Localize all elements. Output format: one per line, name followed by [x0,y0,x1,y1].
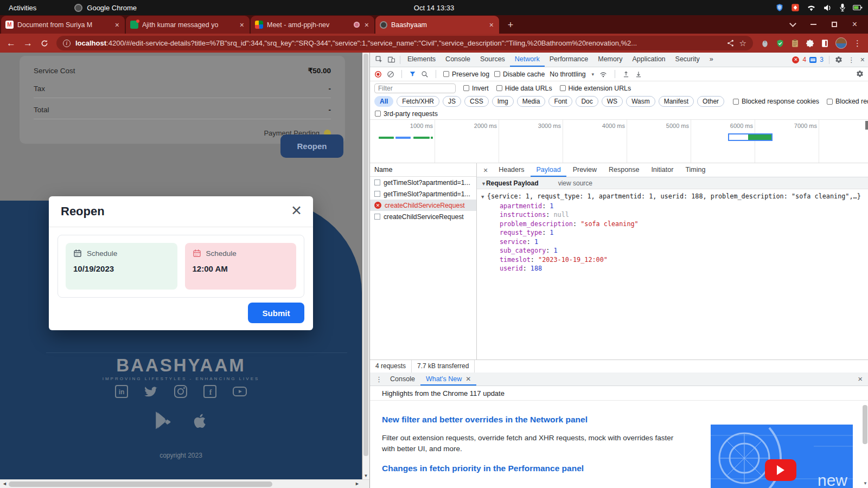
settings-gear-icon[interactable] [835,56,843,63]
tab-application[interactable]: Application [627,53,670,67]
error-count-icon[interactable]: ✕ [792,56,799,63]
payload-section-header[interactable]: ▼Request Payload view source [477,177,868,189]
issues-count[interactable]: 3 [820,56,824,63]
close-drawer-icon[interactable]: × [858,374,863,383]
page-vertical-scrollbar[interactable]: ▼ [362,53,369,479]
focused-app[interactable]: Google Chrome [74,4,137,12]
tab-memory[interactable]: Memory [593,53,627,67]
tab-close-icon[interactable]: × [114,21,120,29]
date-picker-field[interactable]: Schedule 10/19/2023 [66,243,177,290]
name-column-header[interactable]: Name [370,163,476,177]
chip-all[interactable]: All [374,96,393,107]
tab-response[interactable]: Response [603,163,644,177]
filter-funnel-icon[interactable] [409,70,416,78]
request-row[interactable]: createChildServiceRequest [370,211,476,222]
close-window-button[interactable]: × [852,20,857,29]
instagram-icon[interactable] [174,384,188,399]
search-icon[interactable] [421,70,429,78]
scroll-down-arrow[interactable]: ▼ [863,481,867,486]
scrollbar-thumb[interactable] [9,481,272,487]
record-network-log-icon[interactable] [374,70,382,78]
chrome-update-promo-image[interactable]: new [711,425,853,488]
tab-security[interactable]: Security [671,53,705,67]
page-horizontal-scrollbar[interactable]: ◄ ► [0,479,369,488]
drawer-menu-icon[interactable]: ⋮ [373,375,385,383]
request-row[interactable]: getTimeSlot?apartmentid=1... [370,177,476,188]
whats-new-scrollbar[interactable]: ▼ [861,401,868,488]
error-count[interactable]: 4 [802,56,806,63]
tab-document[interactable]: M Document from Suriya M × [1,16,125,34]
chip-js[interactable]: JS [443,96,461,107]
google-play-icon[interactable] [154,410,172,431]
invert-checkbox[interactable]: Invert [463,85,489,92]
modal-close-icon[interactable]: ✕ [291,203,302,219]
disable-cache-checkbox[interactable]: Disable cache [494,70,545,78]
new-tab-button[interactable]: + [503,18,518,32]
reopen-button[interactable]: Reopen [280,134,343,158]
tab-chat[interactable]: Ajith kumar messaged yo × [126,16,250,34]
tab-elements[interactable]: Elements [403,53,441,67]
chip-other[interactable]: Other [697,96,724,107]
inspect-element-icon[interactable] [375,56,383,63]
clipboard-extension-icon[interactable] [791,39,799,48]
tab-close-icon[interactable]: × [488,21,495,29]
article-link[interactable]: New filter and better overrides in the N… [382,415,868,425]
youtube-play-icon[interactable] [765,459,796,481]
close-whats-new-tab-icon[interactable]: ✕ [465,373,471,386]
timeline-scrollbar[interactable] [865,121,868,130]
network-overview-timeline[interactable]: 1000 ms 2000 ms 3000 ms 4000 ms 5000 ms … [370,120,868,163]
chip-wasm[interactable]: Wasm [626,96,655,107]
clear-network-log-icon[interactable] [387,70,394,78]
youtube-icon[interactable] [232,384,247,399]
close-details-icon[interactable]: × [479,166,492,175]
linkedin-icon[interactable]: in [114,384,129,399]
blocked-requests-checkbox[interactable]: Blocked requests [827,98,868,105]
apple-icon[interactable] [192,410,209,431]
chip-doc[interactable]: Doc [576,96,598,107]
chip-ws[interactable]: WS [602,96,623,107]
view-source-link[interactable]: view source [558,179,592,187]
activities-button[interactable]: Activities [9,4,36,12]
tab-close-icon[interactable]: × [363,21,370,29]
tab-timing[interactable]: Timing [680,163,711,177]
drawer-tab-whats-new[interactable]: What's New ✕ [420,373,476,386]
site-info-icon[interactable]: i [63,40,71,47]
tab-sources[interactable]: Sources [475,53,510,67]
tab-search-icon[interactable] [789,20,796,27]
filter-input[interactable] [374,84,456,93]
chip-manifest[interactable]: Manifest [659,96,694,107]
tab-initiator[interactable]: Initiator [646,163,679,177]
time-picker-field[interactable]: Schedule 12:00 AM [185,243,297,290]
mouse-extension-icon[interactable] [761,39,769,48]
tab-performance[interactable]: Performance [545,53,593,67]
devtools-menu-icon[interactable]: ⋮ [846,56,857,64]
back-button[interactable]: ← [7,38,16,49]
tab-network[interactable]: Network [510,53,545,67]
twitter-icon[interactable] [144,384,158,399]
extensions-puzzle-icon[interactable] [806,39,814,48]
scroll-right-arrow[interactable]: ► [355,481,360,486]
chip-img[interactable]: Img [492,96,514,107]
chrome-menu-icon[interactable]: ⋮ [853,38,861,48]
third-party-checkbox[interactable]: 3rd-party requests [375,110,438,118]
facebook-icon[interactable]: f [203,384,217,399]
request-row-selected-error[interactable]: ✕ createChildServiceRequest [370,200,476,211]
device-toolbar-icon[interactable] [387,56,395,63]
forward-button[interactable]: → [23,38,33,49]
tab-headers[interactable]: Headers [493,163,529,177]
scrollbar-thumb[interactable] [363,54,368,456]
reload-button[interactable] [40,39,49,48]
hide-extension-urls-checkbox[interactable]: Hide extension URLs [560,85,631,92]
url-text[interactable]: localhost:4200/#/edit-service-details?ti… [75,39,722,47]
restore-button[interactable] [832,22,837,27]
network-conditions-icon[interactable] [599,70,608,78]
scroll-left-arrow[interactable]: ◄ [2,481,7,486]
scroll-down-arrow[interactable]: ▼ [362,473,369,478]
scrollbar-thumb[interactable] [863,405,867,444]
tab-close-icon[interactable]: × [239,21,245,29]
chip-font[interactable]: Font [548,96,572,107]
throttling-dropdown[interactable]: No throttling▾ [550,70,594,78]
chip-media[interactable]: Media [517,96,546,107]
issues-icon[interactable] [809,57,816,63]
minimize-button[interactable] [810,24,816,25]
